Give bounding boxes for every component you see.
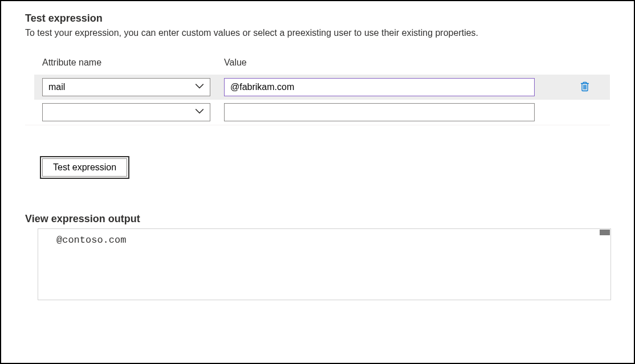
value-column-header: Value xyxy=(224,58,535,75)
output-textarea[interactable]: @contoso.com xyxy=(38,228,611,300)
attribute-select[interactable] xyxy=(42,103,210,121)
attribute-select-input[interactable] xyxy=(42,103,210,121)
table-row xyxy=(34,100,610,125)
value-input[interactable] xyxy=(224,78,535,96)
test-expression-title: Test expression xyxy=(25,13,610,24)
trash-icon xyxy=(579,81,591,94)
attribute-select-input[interactable] xyxy=(42,78,210,96)
delete-row-button[interactable] xyxy=(577,79,593,96)
action-column-header xyxy=(548,58,610,75)
attribute-select[interactable] xyxy=(42,78,210,96)
attribute-column-header: Attribute name xyxy=(42,58,210,75)
value-input[interactable] xyxy=(224,103,535,121)
attribute-table xyxy=(25,75,610,125)
test-expression-description: To test your expression, you can enter c… xyxy=(25,28,610,38)
output-title: View expression output xyxy=(25,213,610,225)
scrollbar-indicator[interactable] xyxy=(600,230,610,235)
test-expression-section: Test expression To test your expression,… xyxy=(25,13,610,177)
table-row xyxy=(34,75,610,100)
table-header-row: Attribute name Value xyxy=(25,58,610,75)
test-expression-button[interactable]: Test expression xyxy=(42,158,127,177)
output-section: View expression output @contoso.com xyxy=(25,213,610,300)
test-button-wrap: Test expression xyxy=(25,158,610,177)
output-text: @contoso.com xyxy=(56,235,126,246)
